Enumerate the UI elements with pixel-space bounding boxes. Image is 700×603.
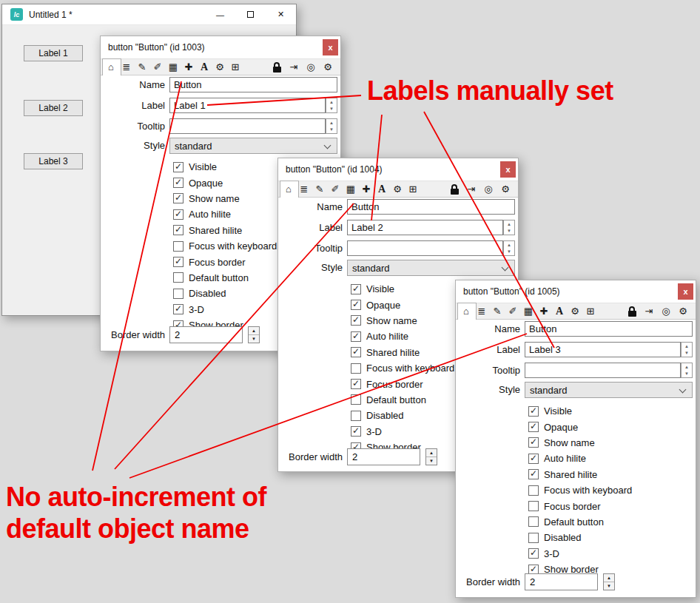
send-back-icon[interactable]: ⇥: [466, 184, 477, 195]
stepper-up-icon[interactable]: ▲: [604, 574, 614, 582]
tooltip-stepper[interactable]: ▲ ▼: [503, 240, 515, 256]
checkbox[interactable]: [528, 485, 539, 496]
send-back-icon[interactable]: ⇥: [289, 62, 299, 73]
checkbox[interactable]: ✓: [528, 548, 539, 559]
checkbox[interactable]: ✓: [173, 178, 184, 188]
label-input[interactable]: [347, 220, 503, 235]
geometry-icon[interactable]: ⊞: [585, 306, 596, 317]
stepper-down-icon[interactable]: ▼: [326, 127, 337, 134]
checkbox[interactable]: ✓: [528, 437, 539, 448]
border-width-stepper[interactable]: ▲ ▼: [425, 448, 437, 465]
stack-icon[interactable]: ≣: [299, 184, 309, 195]
pencil-icon[interactable]: ✎: [137, 62, 147, 73]
move-icon[interactable]: ✚: [361, 184, 371, 195]
checkbox[interactable]: ✓: [528, 469, 539, 479]
checkbox[interactable]: ✓: [351, 347, 361, 357]
checkbox[interactable]: ✓: [173, 193, 184, 203]
border-width-stepper[interactable]: ▲ ▼: [603, 573, 615, 590]
checkbox[interactable]: ✓: [173, 225, 184, 235]
checkbox[interactable]: [173, 272, 184, 283]
target-icon[interactable]: ◎: [306, 62, 316, 73]
wand-icon[interactable]: ✐: [330, 184, 340, 195]
stepper-up-icon[interactable]: ▲: [326, 98, 337, 106]
stack-button-label-2[interactable]: Label 2: [24, 100, 83, 116]
name-input[interactable]: [347, 199, 515, 215]
stepper-up-icon[interactable]: ▲: [682, 343, 692, 350]
stepper-up-icon[interactable]: ▲: [426, 449, 437, 457]
home-icon[interactable]: ⌂: [461, 306, 471, 317]
stepper-down-icon[interactable]: ▼: [504, 249, 514, 256]
pencil-icon[interactable]: ✎: [314, 184, 325, 195]
pencil-icon[interactable]: ✎: [492, 306, 502, 317]
checkbox[interactable]: ✓: [173, 209, 184, 220]
gears-icon[interactable]: ⚙: [215, 62, 225, 73]
checkbox[interactable]: ✓: [528, 422, 539, 432]
checkbox[interactable]: ✓: [173, 257, 184, 267]
text-icon[interactable]: A: [377, 184, 387, 195]
checkbox[interactable]: ✓: [528, 406, 539, 417]
label-input[interactable]: [525, 342, 681, 357]
settings-gear-icon[interactable]: ⚙: [323, 62, 333, 73]
inspector-titlebar[interactable]: button "Button" (id 1003) x: [101, 36, 340, 58]
text-icon[interactable]: A: [199, 62, 209, 73]
checkbox[interactable]: [173, 289, 184, 299]
stepper-up-icon[interactable]: ▲: [326, 119, 337, 127]
send-back-icon[interactable]: ⇥: [644, 306, 654, 317]
settings-gear-icon[interactable]: ⚙: [678, 306, 688, 317]
inspector-titlebar[interactable]: button "Button" (id 1004) x: [278, 158, 518, 181]
stepper-down-icon[interactable]: ▼: [326, 106, 337, 113]
move-icon[interactable]: ✚: [184, 62, 194, 73]
stack-icon[interactable]: ≣: [477, 306, 487, 317]
close-button[interactable]: x: [678, 283, 693, 300]
tooltip-input[interactable]: [347, 240, 503, 256]
checkbox[interactable]: [351, 363, 361, 374]
checkbox[interactable]: ✓: [351, 379, 361, 389]
stepper-down-icon[interactable]: ▼: [426, 457, 437, 465]
stepper-up-icon[interactable]: ▲: [504, 241, 514, 249]
checkbox[interactable]: ✓: [351, 331, 361, 342]
tooltip-input[interactable]: [169, 118, 326, 134]
tooltip-input[interactable]: [525, 363, 681, 378]
stepper-down-icon[interactable]: ▼: [504, 228, 514, 235]
label-stepper[interactable]: ▲ ▼: [326, 98, 337, 113]
checkbox[interactable]: ✓: [351, 315, 361, 326]
checkbox[interactable]: ✓: [351, 300, 361, 310]
minimize-icon[interactable]: —: [205, 4, 235, 24]
gears-icon[interactable]: ⚙: [392, 184, 403, 195]
settings-gear-icon[interactable]: ⚙: [500, 184, 511, 195]
tooltip-stepper[interactable]: ▲ ▼: [326, 118, 337, 134]
label-stepper[interactable]: ▲ ▼: [681, 342, 693, 357]
checkbox[interactable]: ✓: [173, 304, 184, 314]
border-width-stepper[interactable]: ▲ ▼: [248, 326, 260, 343]
move-icon[interactable]: ✚: [539, 306, 549, 317]
label-input[interactable]: [169, 98, 326, 113]
checkbox[interactable]: [351, 394, 361, 405]
home-icon[interactable]: ⌂: [106, 62, 116, 73]
checkbox[interactable]: [351, 411, 361, 421]
gears-icon[interactable]: ⚙: [570, 306, 580, 317]
close-button[interactable]: x: [323, 39, 338, 55]
tooltip-stepper[interactable]: ▲ ▼: [681, 363, 693, 378]
stack-titlebar[interactable]: lc Untitled 1 * — ✕: [2, 4, 296, 25]
checkbox[interactable]: [173, 241, 184, 252]
stack-button-label-1[interactable]: Label 1: [24, 45, 83, 61]
target-icon[interactable]: ◎: [661, 306, 671, 317]
image-icon[interactable]: ▦: [523, 306, 534, 317]
border-width-input[interactable]: [347, 448, 420, 465]
checkbox[interactable]: [528, 516, 539, 527]
image-icon[interactable]: ▦: [168, 62, 178, 73]
stack-icon[interactable]: ≣: [121, 62, 132, 73]
lock-icon[interactable]: [627, 306, 637, 317]
home-icon[interactable]: ⌂: [283, 184, 294, 195]
checkbox[interactable]: ✓: [351, 426, 361, 437]
border-width-input[interactable]: [169, 326, 243, 343]
stack-button-label-3[interactable]: Label 3: [24, 153, 83, 169]
maximize-icon[interactable]: [235, 4, 266, 24]
stepper-up-icon[interactable]: ▲: [504, 220, 514, 228]
name-input[interactable]: [169, 77, 337, 92]
label-stepper[interactable]: ▲ ▼: [503, 220, 515, 235]
stepper-up-icon[interactable]: ▲: [682, 363, 692, 371]
checkbox[interactable]: ✓: [351, 284, 361, 294]
stepper-down-icon[interactable]: ▼: [682, 350, 692, 357]
checkbox[interactable]: [528, 533, 539, 543]
